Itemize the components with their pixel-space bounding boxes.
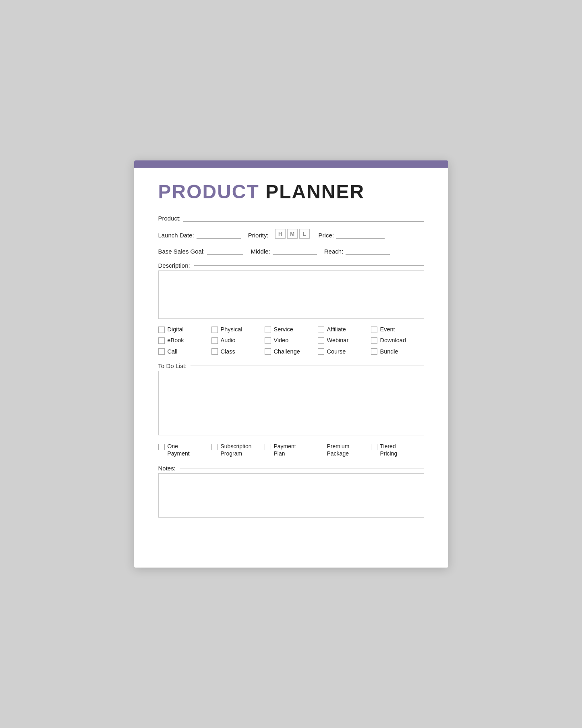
description-label-row: Description: [158, 262, 424, 269]
payment-options-row: OnePayment SubscriptionProgram PaymentPl… [158, 443, 424, 457]
reach-label: Reach: [324, 248, 344, 255]
todo-label-row: To Do List: [158, 362, 424, 369]
payment-premium[interactable]: PremiumPackage [318, 443, 371, 457]
checkbox-event[interactable]: Event [371, 326, 424, 333]
checkbox-audio[interactable]: Audio [211, 337, 265, 344]
notes-divider [180, 468, 424, 468]
checkbox-webinar[interactable]: Webinar [318, 337, 371, 344]
checkbox-box-digital[interactable] [158, 327, 165, 333]
checkbox-box-challenge[interactable] [265, 348, 271, 355]
checkbox-box-one-payment[interactable] [158, 444, 165, 450]
checkbox-box-course[interactable] [318, 348, 324, 355]
product-input[interactable] [183, 213, 424, 222]
checkbox-box-tiered[interactable] [371, 444, 377, 450]
priority-m-box[interactable]: M [287, 229, 298, 239]
product-planner-page: PRODUCT PLANNER Product: Launch Date: Pr… [134, 160, 448, 568]
top-bar [134, 160, 448, 168]
notes-label-row: Notes: [158, 465, 424, 472]
checkboxes-grid: Digital Physical Service Affiliate Event [158, 326, 424, 355]
checkbox-download[interactable]: Download [371, 337, 424, 344]
launch-date-input[interactable] [197, 230, 241, 239]
description-label: Description: [158, 262, 190, 269]
launch-date-label: Launch Date: [158, 232, 194, 239]
checkbox-video[interactable]: Video [265, 337, 318, 344]
checkbox-box-premium[interactable] [318, 444, 324, 450]
product-row: Product: [158, 213, 424, 222]
priority-l-box[interactable]: L [299, 229, 310, 239]
checkbox-box-audio[interactable] [211, 337, 218, 344]
checkbox-call[interactable]: Call [158, 348, 211, 355]
notes-label: Notes: [158, 465, 176, 472]
checkbox-box-affiliate[interactable] [318, 327, 324, 333]
middle-input[interactable] [273, 246, 317, 255]
price-input[interactable] [336, 230, 385, 239]
checkbox-service[interactable]: Service [265, 326, 318, 333]
base-sales-label: Base Sales Goal: [158, 248, 205, 255]
checkbox-box-webinar[interactable] [318, 337, 324, 344]
reach-input[interactable] [346, 246, 390, 255]
checkbox-box-class[interactable] [211, 348, 218, 355]
checkbox-box-payment-plan[interactable] [265, 444, 271, 450]
payment-one-payment[interactable]: OnePayment [158, 443, 211, 457]
checkbox-box-ebook[interactable] [158, 337, 165, 344]
priority-h-box[interactable]: H [275, 229, 286, 239]
todo-label: To Do List: [158, 362, 187, 369]
description-divider [194, 265, 424, 266]
checkbox-ebook[interactable]: eBook [158, 337, 211, 344]
checkbox-physical[interactable]: Physical [211, 326, 265, 333]
checkbox-digital[interactable]: Digital [158, 326, 211, 333]
sales-goals-row: Base Sales Goal: Middle: Reach: [158, 246, 424, 255]
checkbox-affiliate[interactable]: Affiliate [318, 326, 371, 333]
middle-label: Middle: [251, 248, 270, 255]
product-label: Product: [158, 215, 181, 222]
checkbox-box-bundle[interactable] [371, 348, 377, 355]
description-box[interactable] [158, 270, 424, 319]
checkbox-challenge[interactable]: Challenge [265, 348, 318, 355]
payment-plan[interactable]: PaymentPlan [265, 443, 318, 457]
checkbox-box-call[interactable] [158, 348, 165, 355]
title-product: PRODUCT [158, 181, 259, 202]
checkbox-box-physical[interactable] [211, 327, 218, 333]
page-title: PRODUCT PLANNER [158, 182, 424, 202]
priority-label: Priority: [248, 232, 269, 239]
payment-tiered[interactable]: TieredPricing [371, 443, 424, 457]
notes-box[interactable] [158, 473, 424, 518]
checkbox-box-service[interactable] [265, 327, 271, 333]
todo-section: To Do List: [158, 362, 424, 435]
todo-box[interactable] [158, 371, 424, 435]
checkbox-box-video[interactable] [265, 337, 271, 344]
title-planner: PLANNER [259, 181, 365, 202]
priority-boxes: H M L [275, 229, 310, 239]
todo-divider [191, 366, 424, 366]
checkbox-box-download[interactable] [371, 337, 377, 344]
notes-section: Notes: [158, 465, 424, 518]
checkbox-course[interactable]: Course [318, 348, 371, 355]
checkbox-class[interactable]: Class [211, 348, 265, 355]
payment-subscription[interactable]: SubscriptionProgram [211, 443, 265, 457]
checkbox-box-event[interactable] [371, 327, 377, 333]
launch-priority-price-row: Launch Date: Priority: H M L Price: [158, 229, 424, 239]
checkbox-bundle[interactable]: Bundle [371, 348, 424, 355]
description-section: Description: [158, 262, 424, 319]
checkbox-box-subscription[interactable] [211, 444, 218, 450]
price-label: Price: [319, 232, 334, 239]
base-sales-input[interactable] [207, 246, 243, 255]
